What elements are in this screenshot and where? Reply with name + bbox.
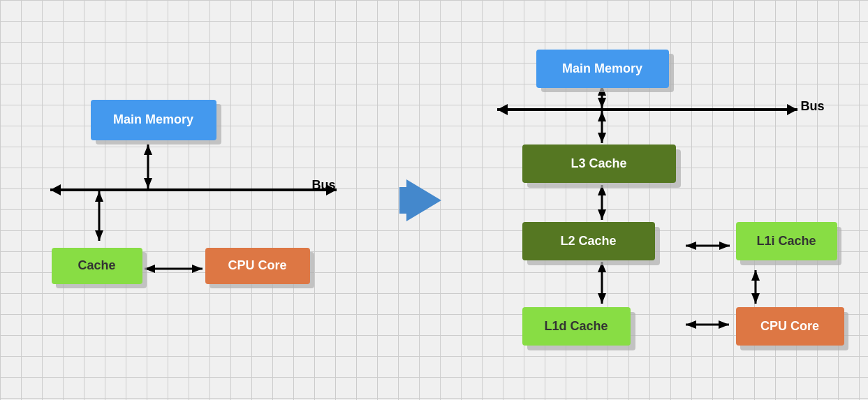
left-diagram: Main Memory Bus Cache CPU Core [36, 82, 358, 319]
svg-marker-11 [192, 265, 203, 273]
svg-marker-13 [497, 104, 508, 115]
main-memory-right: Main Memory [536, 50, 669, 88]
svg-marker-8 [95, 230, 103, 241]
svg-marker-29 [751, 293, 760, 304]
arrow-head [406, 179, 441, 221]
svg-marker-23 [598, 209, 606, 220]
l2-cache: L2 Cache [522, 222, 655, 260]
cpu-core-right: CPU Core [736, 307, 844, 346]
svg-marker-32 [598, 293, 606, 304]
svg-marker-20 [598, 133, 606, 143]
main-container: Main Memory Bus Cache CPU Core [22, 26, 846, 375]
right-diagram: Bus Main Memory L3 Cache L2 Cache L1i Ca… [483, 40, 832, 361]
svg-marker-17 [598, 98, 606, 108]
l1d-cache: L1d Cache [522, 307, 631, 346]
svg-marker-25 [686, 242, 696, 250]
l1i-cache: L1i Cache [736, 222, 837, 260]
main-memory-left: Main Memory [91, 100, 216, 140]
svg-marker-1 [50, 184, 61, 195]
svg-marker-14 [787, 104, 797, 115]
transition-arrow [399, 179, 441, 221]
l3-cache: L3 Cache [522, 145, 676, 183]
cache-left: Cache [52, 248, 142, 284]
svg-marker-5 [144, 178, 152, 188]
svg-marker-34 [686, 320, 696, 329]
svg-marker-4 [144, 145, 152, 155]
svg-marker-26 [719, 242, 730, 250]
cpu-core-left: CPU Core [205, 248, 310, 284]
svg-marker-19 [598, 111, 606, 121]
svg-marker-28 [751, 270, 760, 281]
svg-marker-35 [719, 320, 729, 329]
bus-label-right: Bus [801, 99, 825, 114]
bus-label-left: Bus [312, 178, 336, 193]
arrow-body [399, 187, 406, 214]
svg-marker-7 [95, 191, 103, 202]
